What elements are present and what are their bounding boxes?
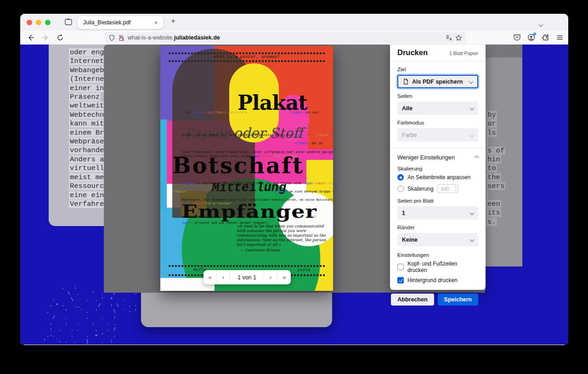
destination-label: Ziel [397, 67, 478, 72]
scale-value: 100 [441, 186, 455, 192]
poster-dashed-rule [169, 60, 325, 62]
radio-unselected-icon[interactable] [397, 186, 404, 192]
site-text-line: kann mit [69, 119, 105, 128]
headers-footers-label: Kopf- und Fußzeilen drucken [407, 261, 478, 273]
firefox-view-icon[interactable] [64, 18, 73, 26]
pocket-icon[interactable] [513, 34, 521, 41]
site-text-line: virtuell [69, 164, 105, 173]
last-page-button[interactable]: » [277, 270, 291, 284]
stepper-icon[interactable] [455, 187, 457, 191]
list-all-tabs-icon[interactable] [539, 20, 543, 28]
radio-selected-icon[interactable] [397, 174, 404, 181]
pages-per-sheet-select[interactable]: 1 [397, 206, 478, 220]
site-text-line: weltweit [69, 102, 105, 110]
poster-footer-right: isola [297, 267, 311, 272]
cancel-button[interactable]: Abbrechen [391, 294, 434, 306]
chevron-down-icon [469, 79, 474, 84]
margins-label: Ränder [397, 225, 478, 230]
site-text-line: its [486, 209, 505, 217]
destination-value: Als PDF speichern [412, 79, 466, 85]
destination-select[interactable]: Als PDF speichern [397, 75, 478, 88]
color-mode-label: Farbmodus [397, 120, 478, 125]
poster-dashed-rule [169, 265, 325, 267]
color-mode-select: Farbe [397, 128, 478, 142]
reload-icon[interactable] [56, 34, 64, 42]
poster-code-line: </ [305, 176, 308, 180]
site-text-line: meist me [69, 173, 105, 182]
site-text-line: or [486, 119, 505, 128]
custom-scale-option[interactable]: Skalierung 100 [397, 184, 478, 193]
bookmark-star-icon[interactable] [455, 34, 462, 41]
checkbox-unchecked-icon[interactable] [397, 264, 404, 270]
site-text-line: s. [486, 218, 505, 227]
site-right-strip-top [485, 45, 522, 57]
previous-page-button[interactable]: ‹ [217, 270, 230, 284]
print-preview-page: what is a poster, anyway? Ein <span clas… [160, 46, 333, 291]
fit-width-option[interactable]: An Seitenbreite anpassen [397, 174, 478, 181]
headers-footers-option[interactable]: Kopf- und Fußzeilen drucken [397, 261, 478, 273]
next-page-button[interactable]: › [264, 270, 277, 284]
print-dialog: Drucken 1 Blatt Papier Ziel Als PDF spei… [390, 45, 486, 290]
svg-text:A: A [449, 37, 452, 41]
chevron-down-icon [470, 133, 475, 137]
print-dialog-title: Drucken [397, 48, 428, 57]
shield-icon[interactable] [108, 34, 115, 41]
fit-width-label: An Seitenbreite anpassen [407, 174, 470, 181]
checkbox-checked-icon[interactable] [397, 277, 404, 283]
site-text-line: Ressourc [69, 182, 105, 191]
site-text-line: Internet [69, 57, 105, 66]
forward-icon[interactable] [41, 34, 50, 42]
site-text-line: einem Br [69, 129, 105, 137]
site-text-line: oder eng [69, 48, 105, 57]
url-subdomain: what-is-a-website. [128, 34, 174, 41]
insecure-lock-icon[interactable] [118, 34, 125, 41]
zoom-window-button[interactable] [45, 20, 51, 25]
poster-shape-cyan-strip [160, 119, 167, 211]
site-text-column-right: by or ls s of hin to the sers een its s. [486, 111, 505, 227]
account-notification-dot [533, 33, 536, 35]
new-tab-button[interactable]: + [168, 16, 178, 27]
translate-icon[interactable]: A [446, 34, 452, 41]
scale-input[interactable]: 100 [437, 184, 458, 193]
poster-quote-text: «It used to be that when you communicate… [237, 224, 326, 247]
custom-scale-label: Skalierung [407, 186, 434, 192]
site-text-line: s of [486, 147, 505, 155]
chevron-up-icon [475, 155, 479, 160]
divider [390, 61, 486, 62]
poster-quote: «It used to be that when you communicate… [237, 224, 332, 252]
save-button[interactable]: Speichern [438, 294, 478, 306]
print-background-option[interactable]: Hintergrund drucken [397, 277, 478, 283]
pages-label: Seiten [397, 93, 478, 99]
less-settings-toggle[interactable]: Weniger Einstellungen [397, 154, 478, 161]
site-text-line: Verfahre [69, 200, 105, 209]
url-bar[interactable]: what-is-a-website.juliabiedasiek.de A [105, 32, 466, 43]
site-text-line: een [486, 200, 505, 209]
poster-word-botschaft: Botschaft [172, 153, 304, 178]
margins-select[interactable]: Keine [397, 233, 478, 246]
close-window-button[interactable] [27, 20, 32, 25]
first-page-button[interactable]: « [204, 270, 217, 284]
extensions-puzzle-icon[interactable] [542, 34, 549, 41]
toolbar-right-icons [513, 34, 564, 41]
traffic-lights [27, 20, 51, 25]
poster-code-line: </span>, der an [294, 142, 322, 145]
site-text-line: ls [486, 129, 505, 137]
site-text-line: eine ein [69, 191, 105, 200]
preview-pagination: « ‹ 1 von 1 › » [204, 270, 291, 284]
browser-window: Julia_Biedasiek.pdf × + [20, 14, 568, 345]
minimize-window-button[interactable] [36, 20, 41, 25]
print-background-label: Hintergrund drucken [407, 277, 458, 283]
print-dialog-header: Drucken 1 Blatt Papier [397, 48, 478, 57]
tab-close-icon[interactable]: × [152, 19, 159, 26]
pages-select[interactable]: Alle [397, 102, 478, 115]
page-content: oder eng Internet Webangeb (Interne eine… [20, 45, 568, 345]
chevron-down-icon [470, 211, 475, 215]
site-text-line: hin [486, 155, 505, 164]
active-tab[interactable]: Julia_Biedasiek.pdf × [78, 16, 163, 29]
account-icon[interactable] [527, 34, 535, 41]
color-mode-value: Farbe [402, 132, 467, 138]
menu-hamburger-icon[interactable] [556, 34, 564, 41]
site-text-line [486, 191, 505, 200]
options-label: Einstellungen [397, 252, 478, 258]
back-icon[interactable] [27, 34, 35, 42]
